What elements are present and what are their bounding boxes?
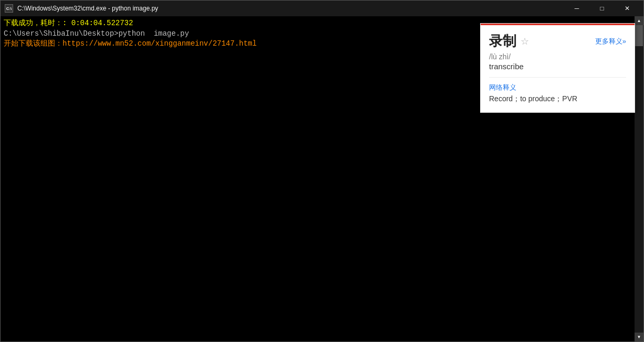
- titlebar-title: C:\Windows\System32\cmd.exe - python ima…: [17, 5, 565, 12]
- titlebar-buttons: ─ □ ✕: [565, 1, 639, 16]
- scroll-up-arrow[interactable]: ▲: [635, 16, 643, 25]
- close-button[interactable]: ✕: [615, 1, 639, 16]
- scrollbar[interactable]: ▲ ▼: [635, 16, 643, 341]
- scroll-down-arrow[interactable]: ▼: [635, 333, 643, 341]
- network-meaning: Record；to produce；PVR: [489, 94, 626, 104]
- cmd-icon: C:\: [5, 4, 13, 13]
- translation-header: 录制 ☆ 更多释义»: [489, 32, 626, 50]
- translation-popup: 录制 ☆ 更多释义» /lù zhì/ transcribe 网络释义 Reco…: [480, 23, 635, 113]
- translation-pinyin: /lù zhì/: [489, 52, 626, 61]
- network-label: 网络释义: [489, 83, 626, 92]
- maximize-button[interactable]: □: [590, 1, 614, 16]
- titlebar: C:\ C:\Windows\System32\cmd.exe - python…: [1, 1, 643, 16]
- translation-word: 录制: [489, 32, 516, 50]
- more-meanings-link[interactable]: 更多释义»: [595, 37, 626, 46]
- minimize-button[interactable]: ─: [565, 1, 589, 16]
- scroll-thumb[interactable]: [635, 25, 643, 46]
- favorite-star-icon[interactable]: ☆: [521, 36, 529, 47]
- scroll-track[interactable]: [635, 25, 643, 333]
- translation-meaning: transcribe: [489, 62, 626, 71]
- divider: [489, 77, 626, 78]
